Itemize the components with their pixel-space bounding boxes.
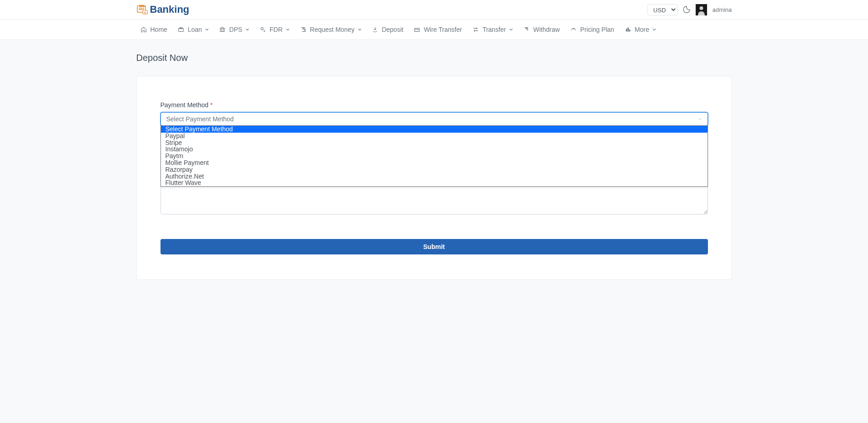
fdr-icon [259,26,266,33]
nav-transfer[interactable]: Transfer [472,26,513,33]
dps-icon [219,26,226,33]
svg-rect-1 [139,8,144,9]
chevron-down-icon [358,28,361,31]
main-nav: Home Loan DPS FDR Request Money Deposit [0,20,868,40]
nav-pricing-plan[interactable]: Pricing Plan [570,26,614,33]
dropdown-option[interactable]: Paypal [161,133,707,139]
dropdown-option[interactable]: Select Payment Method [161,126,707,133]
brand-logo[interactable]: $ Banking [136,4,190,15]
bank-icon: $ [136,4,149,15]
svg-rect-12 [627,28,629,32]
brand-name: Banking [150,4,190,15]
pricing-plan-icon [570,26,577,33]
nav-wire-transfer[interactable]: Wire Transfer [413,26,462,33]
chevron-down-icon [509,28,513,31]
dropdown-option[interactable]: Authorize.Net [161,173,707,180]
chevron-down-icon [246,28,249,31]
avatar[interactable] [696,4,707,15]
theme-toggle-icon[interactable] [683,6,690,13]
nav-more[interactable]: More [624,26,656,33]
submit-button[interactable]: Submit [161,239,708,254]
svg-rect-2 [139,9,144,10]
chevron-down-icon [286,28,290,31]
dropdown-option[interactable]: Stripe [161,139,707,146]
transfer-icon [472,26,479,33]
payment-method-select[interactable]: Select Payment Method [161,112,708,126]
more-icon [624,26,632,33]
dropdown-option[interactable]: Instamojo [161,146,707,153]
svg-point-6 [699,6,703,10]
dropdown-option[interactable]: Mollie Payment [161,159,707,166]
currency-select[interactable]: USD [647,4,677,15]
nav-fdr[interactable]: FDR [259,26,290,33]
nav-loan[interactable]: Loan [177,26,209,33]
chevron-down-icon [697,117,702,121]
chevron-down-icon [652,28,656,31]
dropdown-option[interactable]: Flutter Wave [161,179,707,186]
page-title: Deposit Now [136,53,732,63]
top-header: $ Banking USD admina [0,0,868,20]
deposit-form-card: Payment Method * Select Payment Method S… [136,76,732,280]
nav-home[interactable]: Home [140,26,167,33]
nav-dps[interactable]: DPS [219,26,249,33]
svg-point-9 [261,28,263,30]
loan-icon [177,26,185,33]
chevron-down-icon [205,28,209,31]
dropdown-option[interactable]: Paytm [161,153,707,159]
username-label: admina [712,6,732,13]
required-mark: * [210,101,212,109]
payment-method-dropdown: Select Payment Method Paypal Stripe Inst… [161,125,708,187]
request-money-icon [300,26,307,33]
dropdown-option[interactable]: Razorpay [161,166,707,173]
nav-withdraw[interactable]: Withdraw [523,26,560,33]
withdraw-icon [523,26,530,33]
home-icon [140,26,147,33]
svg-rect-11 [626,29,627,31]
nav-deposit[interactable]: Deposit [371,26,403,33]
svg-rect-13 [629,30,630,31]
svg-rect-10 [415,28,420,31]
deposit-icon [371,26,379,33]
wire-transfer-icon [413,26,421,33]
nav-request-money[interactable]: Request Money [300,26,361,33]
payment-method-label: Payment Method * [161,101,708,109]
